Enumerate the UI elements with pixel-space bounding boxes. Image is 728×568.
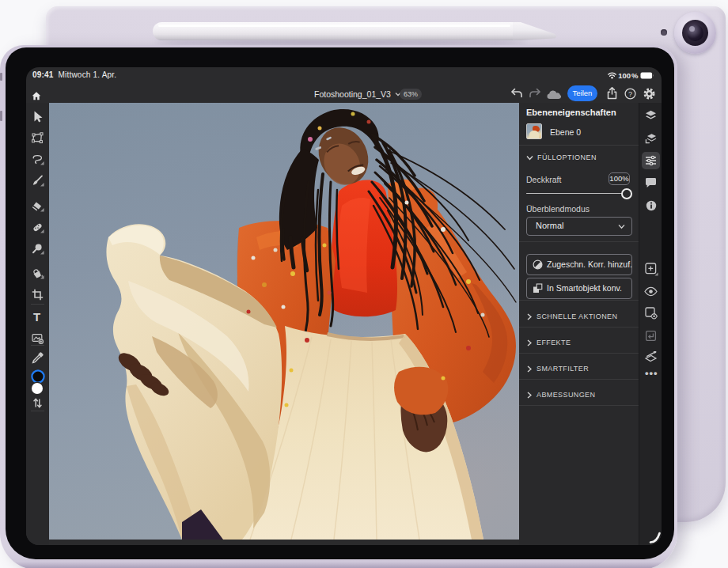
- svg-text:?: ?: [628, 90, 632, 98]
